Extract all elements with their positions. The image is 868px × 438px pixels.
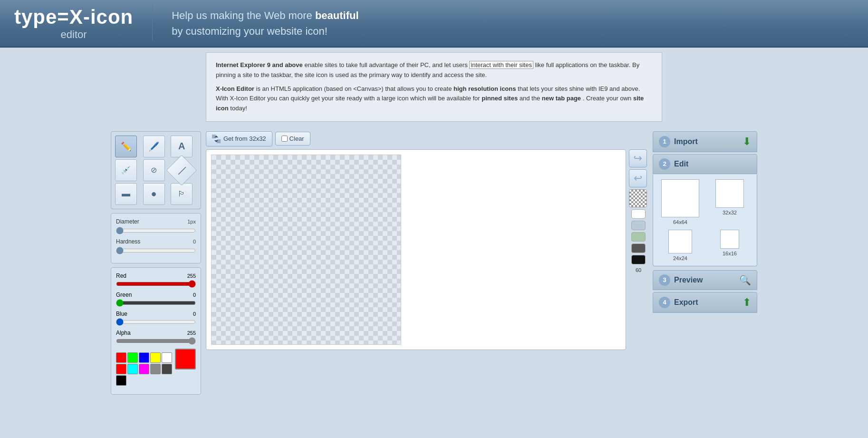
import-title: Import (674, 137, 698, 146)
hardness-slider[interactable] (116, 248, 196, 253)
blue-slider[interactable] (116, 319, 196, 325)
undo-button[interactable]: ↩ (629, 149, 647, 167)
export-section: 4 Export ⬆ (653, 292, 757, 313)
swatch-cyan[interactable] (127, 364, 138, 374)
alpha-value: 255 (187, 330, 196, 336)
preview-label-32: 32x32 (723, 210, 737, 215)
info-bold4: pinned sites (482, 95, 518, 102)
edit-content: 64x64 32x32 24x24 16x16 (653, 175, 757, 266)
preview-box-24[interactable] (668, 230, 692, 253)
diameter-value: 1px (187, 219, 196, 224)
get-from-button[interactable]: Get from 32x32 (206, 131, 272, 146)
edit-number: 2 (659, 158, 670, 170)
preview-header: 3 Preview 🔍 (653, 270, 757, 290)
logo-sub: editor (14, 29, 133, 41)
swatch-gray[interactable] (150, 364, 161, 374)
swatch-white[interactable] (162, 352, 172, 363)
info-text1: enable sites to take full advantage of t… (304, 61, 469, 68)
preview-label-64: 64x64 (673, 219, 687, 225)
diameter-label: Diameter (116, 218, 139, 225)
bg-lightgreen[interactable] (631, 232, 646, 242)
green-label: Green (116, 292, 132, 298)
swatch-darkgray[interactable] (162, 364, 172, 374)
tool-eyedropper[interactable]: 💉 (115, 159, 137, 181)
get-from-label: Get from 32x32 (223, 135, 266, 142)
edit-title: Edit (674, 160, 688, 168)
preview-box-16[interactable] (720, 230, 739, 249)
export-icon: ⬆ (743, 296, 751, 309)
tool-rect[interactable]: ▬ (115, 183, 137, 205)
swatch-magenta[interactable] (139, 364, 149, 374)
tool-pencil[interactable]: ✏️ (115, 136, 137, 157)
swatch-red2[interactable] (116, 364, 126, 374)
preview-label-16: 16x16 (723, 251, 737, 256)
bg-lightblue[interactable] (631, 221, 646, 230)
clear-label: Clear (289, 135, 304, 142)
edit-section: 2 Edit 64x64 32x32 24x24 (653, 154, 757, 266)
tagline-line2: by customizing your website icon! (172, 25, 328, 37)
export-number: 4 (659, 297, 670, 308)
preview-24: 24x24 (658, 230, 703, 261)
info-text5: and the (520, 95, 542, 102)
zoom-level: 60 (629, 267, 648, 273)
tool-fill[interactable]: 🏳 (171, 183, 193, 205)
tool-circle[interactable]: ● (143, 183, 165, 205)
info-text6: . Create your own (583, 95, 633, 102)
tagline-bold: beautiful (315, 10, 359, 21)
swatch-green[interactable] (127, 352, 138, 363)
canvas-wrapper: ↩ ↩ 60 (206, 149, 648, 350)
bg-black[interactable] (631, 255, 646, 264)
bg-checker[interactable] (629, 189, 647, 207)
arrows-icon (212, 135, 221, 143)
drawing-canvas[interactable] (211, 155, 401, 345)
canvas-toolbar: Get from 32x32 Clear (206, 131, 648, 146)
redo-button[interactable]: ↩ (629, 169, 647, 187)
green-slider[interactable] (116, 300, 196, 306)
bg-white[interactable] (631, 209, 646, 219)
swatch-yellow[interactable] (150, 352, 161, 363)
blue-label: Blue (116, 311, 127, 317)
clear-checkbox[interactable] (281, 136, 288, 142)
preview-label-24: 24x24 (673, 255, 687, 261)
preview-title: Preview (674, 276, 703, 284)
preview-grid: 64x64 32x32 24x24 16x16 (658, 179, 752, 261)
bg-darkgray[interactable] (631, 243, 646, 253)
swatch-black[interactable] (116, 375, 126, 386)
preview-icon: 🔍 (739, 274, 751, 286)
current-color[interactable] (175, 349, 196, 370)
swatch-red[interactable] (116, 352, 126, 363)
import-icon: ⬇ (743, 136, 751, 148)
preview-box-64[interactable] (661, 179, 699, 217)
svg-rect-0 (212, 135, 216, 138)
diameter-slider[interactable] (116, 228, 196, 234)
tool-brush[interactable]: 🖊️ (143, 136, 165, 157)
info-text3: is an HTML5 application (based on <Canva… (256, 85, 454, 92)
tool-line[interactable]: — (166, 155, 197, 185)
preview-64: 64x64 (658, 179, 703, 225)
alpha-slider[interactable] (116, 338, 196, 344)
red-slider[interactable] (116, 281, 196, 287)
blue-value: 0 (193, 311, 196, 317)
info-highlight: interact with their sites (469, 61, 533, 69)
export-title: Export (674, 298, 698, 307)
import-section: 1 Import ⬇ (653, 131, 757, 152)
logo: type=X-icon editor (14, 6, 153, 41)
import-number: 1 (659, 136, 670, 147)
tool-text[interactable]: A (171, 136, 193, 157)
header-tagline: Help us making the Web more beautiful by… (172, 8, 358, 39)
tagline-line1: Help us making the Web more (172, 10, 312, 21)
preview-box-32[interactable] (715, 179, 744, 208)
preview-16: 16x16 (707, 230, 752, 261)
color-swatches (116, 352, 172, 386)
canvas-main (206, 149, 626, 350)
import-header: 1 Import ⬇ (653, 131, 757, 152)
tool-eraser[interactable]: ⊘ (143, 159, 165, 181)
info-bold5: new tab page (542, 95, 581, 102)
clear-button[interactable]: Clear (275, 132, 310, 146)
export-header: 4 Export ⬆ (653, 292, 757, 313)
canvas-area: Get from 32x32 Clear ↩ ↩ (206, 131, 648, 395)
hardness-value: 0 (193, 239, 196, 244)
info-bold3: high resolution icons (453, 85, 516, 92)
edit-header: 2 Edit (653, 154, 757, 174)
swatch-blue[interactable] (139, 352, 149, 363)
